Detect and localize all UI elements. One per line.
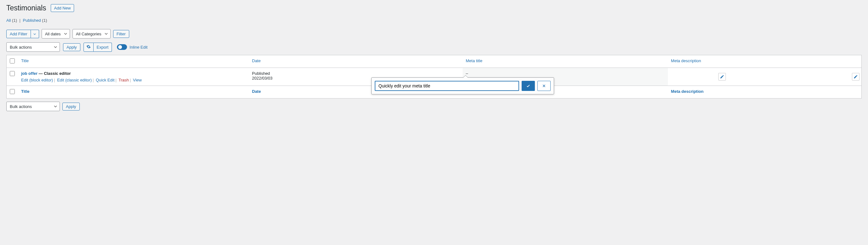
date-filter-select[interactable]: All dates <box>41 29 70 38</box>
select-all-checkbox-bottom[interactable] <box>10 89 15 94</box>
close-icon <box>542 84 546 88</box>
inline-edit-cancel-button[interactable] <box>537 81 551 91</box>
filter-button[interactable]: Filter <box>113 30 129 38</box>
edit-meta-description-button[interactable] <box>852 73 860 81</box>
row-action-view[interactable]: View <box>133 78 142 82</box>
status-all-count: (1) <box>12 18 17 23</box>
check-icon <box>526 84 530 88</box>
row-checkbox[interactable] <box>10 71 15 76</box>
inline-edit-toggle[interactable] <box>117 44 127 50</box>
row-title-link[interactable]: job offer <box>21 71 37 76</box>
status-filters: All (1) | Published (1) <box>6 18 862 23</box>
inline-edit-save-button[interactable] <box>522 81 535 91</box>
status-published-count: (1) <box>42 18 47 23</box>
row-action-edit-block[interactable]: Edit (block editor) <box>21 78 53 82</box>
row-state: — Classic editor <box>37 71 71 76</box>
row-action-edit-classic[interactable]: Edit (classic editor) <box>57 78 92 82</box>
bulk-action-select-bottom[interactable]: Bulk actions <box>6 102 60 111</box>
posts-table: Title Date Meta title Meta description j… <box>6 55 862 99</box>
status-filter-published[interactable]: Published <box>23 18 41 23</box>
column-header-meta-title[interactable]: Meta title <box>466 58 483 63</box>
add-filter-group: Add Filter <box>6 30 39 38</box>
row-actions: Edit (block editor)| Edit (classic edito… <box>21 78 246 82</box>
apply-button-bottom[interactable]: Apply <box>62 103 80 110</box>
row-action-quick-edit[interactable]: Quick Edit <box>96 78 115 82</box>
column-header-date[interactable]: Date <box>252 58 261 63</box>
bulk-action-select-top[interactable]: Bulk actions <box>6 42 60 52</box>
gear-icon <box>86 45 91 49</box>
column-footer-meta-description[interactable]: Meta description <box>671 89 704 94</box>
status-filter-all[interactable]: All <box>6 18 11 23</box>
row-action-trash[interactable]: Trash <box>119 78 129 82</box>
table-row: job offer — Classic editor Edit (block e… <box>7 68 862 86</box>
row-date-status: Published <box>252 71 460 76</box>
add-new-button[interactable]: Add New <box>51 4 74 12</box>
apply-button-top[interactable]: Apply <box>63 43 81 51</box>
inline-edit-popover <box>371 77 554 94</box>
add-filter-dropdown-toggle[interactable] <box>31 30 39 38</box>
category-filter-select[interactable]: All Categories <box>72 29 111 38</box>
column-header-meta-description[interactable]: Meta description <box>671 58 701 63</box>
add-filter-button[interactable]: Add Filter <box>6 30 31 38</box>
caret-down-icon <box>33 33 36 35</box>
column-footer-date[interactable]: Date <box>252 89 261 94</box>
select-all-checkbox-top[interactable] <box>10 58 15 63</box>
export-settings-button[interactable] <box>84 43 94 52</box>
column-header-title[interactable]: Title <box>21 58 29 63</box>
export-button[interactable]: Export <box>94 43 112 52</box>
inline-edit-input[interactable] <box>375 81 519 91</box>
inline-edit-label: Inline Edit <box>129 45 148 50</box>
pencil-icon <box>854 75 858 79</box>
column-footer-title[interactable]: Title <box>21 89 30 94</box>
page-title: Testimonials <box>6 4 46 12</box>
